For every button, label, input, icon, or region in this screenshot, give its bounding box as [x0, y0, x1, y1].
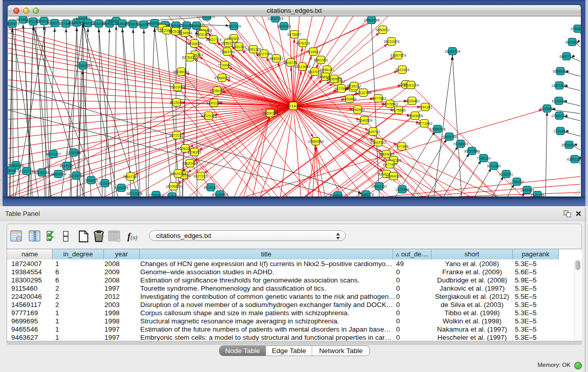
svg-text:9825979: 9825979	[8, 22, 19, 26]
svg-text:0784853: 0784853	[571, 27, 581, 31]
svg-text:5795005: 5795005	[114, 186, 128, 190]
svg-text:1825968: 1825968	[395, 188, 409, 191]
svg-text:84185574: 84185574	[212, 193, 228, 196]
svg-text:9682021: 9682021	[269, 57, 283, 60]
svg-text:54289670: 54289670	[326, 77, 342, 81]
svg-text:7957224: 7957224	[227, 25, 241, 28]
svg-text:8123420: 8123420	[552, 99, 565, 103]
svg-text:19205798: 19205798	[429, 127, 445, 131]
svg-text:2372222: 2372222	[169, 134, 183, 137]
svg-text:92243298: 92243298	[34, 171, 50, 174]
svg-text:70930137: 70930137	[194, 33, 210, 36]
svg-text:8561983: 8561983	[314, 58, 328, 62]
svg-text:47384055: 47384055	[214, 76, 230, 80]
svg-text:23300295: 23300295	[262, 112, 278, 115]
svg-text:3134334: 3134334	[67, 151, 80, 155]
svg-text:24870533: 24870533	[551, 84, 567, 87]
svg-text:5734217: 5734217	[347, 84, 361, 88]
svg-text:19422719: 19422719	[205, 38, 221, 41]
svg-text:0527315: 0527315	[193, 174, 207, 178]
svg-text:09605756: 09605756	[441, 135, 457, 139]
svg-text:83729101: 83729101	[201, 114, 216, 118]
svg-text:65043055: 65043055	[407, 114, 423, 118]
svg-text:7077898: 7077898	[395, 145, 408, 148]
svg-text:8733830: 8733830	[187, 42, 201, 46]
svg-text:76727045: 76727045	[256, 52, 272, 56]
svg-text:1028070: 1028070	[210, 89, 224, 93]
svg-text:16648764: 16648764	[444, 50, 460, 53]
svg-text:35233978: 35233978	[383, 40, 399, 43]
svg-text:98071607: 98071607	[45, 152, 61, 156]
svg-text:2904205: 2904205	[84, 179, 98, 182]
svg-text:1749410: 1749410	[510, 180, 524, 184]
svg-text:51446020: 51446020	[164, 195, 180, 197]
svg-text:3316732: 3316732	[284, 61, 297, 64]
svg-text:84385567: 84385567	[330, 194, 345, 197]
svg-text:6221778: 6221778	[19, 169, 33, 173]
svg-text:7720067: 7720067	[217, 63, 231, 67]
svg-text:35726793: 35726793	[68, 174, 84, 178]
svg-text:18724007: 18724007	[285, 104, 301, 108]
svg-text:4021024: 4021024	[395, 68, 409, 72]
svg-text:26477883: 26477883	[370, 97, 386, 100]
svg-text:15384554: 15384554	[308, 140, 323, 143]
svg-text:15705879: 15705879	[165, 185, 181, 188]
svg-text:9234540: 9234540	[178, 31, 192, 35]
svg-text:85824020: 85824020	[378, 152, 394, 156]
svg-text:33181104: 33181104	[403, 83, 419, 87]
svg-text:53967679: 53967679	[390, 54, 406, 57]
svg-text:9077550: 9077550	[334, 87, 348, 91]
svg-text:37994059: 37994059	[385, 174, 401, 178]
svg-text:3615941: 3615941	[169, 101, 183, 104]
svg-text:84026461: 84026461	[404, 99, 420, 103]
svg-text:30886091: 30886091	[552, 70, 568, 73]
svg-text:08773452: 08773452	[416, 122, 432, 125]
svg-text:2208283: 2208283	[187, 150, 201, 154]
svg-text:04922257: 04922257	[371, 185, 387, 188]
svg-text:36205584: 36205584	[464, 149, 480, 153]
svg-text:20053346: 20053346	[75, 64, 91, 68]
svg-text:1323796: 1323796	[530, 193, 544, 197]
svg-text:6496142: 6496142	[320, 68, 334, 72]
svg-text:43561280: 43561280	[567, 158, 581, 161]
svg-text:9072360: 9072360	[487, 164, 500, 168]
svg-text:78847287: 78847287	[122, 175, 138, 179]
svg-text:67132746: 67132746	[355, 91, 371, 95]
svg-text:0835924: 0835924	[277, 25, 291, 28]
svg-text:6111144: 6111144	[98, 182, 112, 185]
svg-text:66713976: 66713976	[126, 192, 142, 195]
svg-text:00602932: 00602932	[370, 141, 386, 144]
svg-text:1531363: 1531363	[232, 45, 246, 49]
svg-text:91519044: 91519044	[294, 65, 310, 69]
svg-text:5555219: 5555219	[221, 41, 235, 45]
svg-text:23046509: 23046509	[356, 119, 372, 122]
svg-text:6900712: 6900712	[559, 55, 573, 58]
svg-text:70338491: 70338491	[452, 142, 468, 146]
svg-text:25156694: 25156694	[561, 143, 577, 147]
svg-text:0375580: 0375580	[391, 108, 405, 112]
svg-text:44075543: 44075543	[382, 102, 398, 106]
svg-text:51061326: 51061326	[245, 48, 261, 51]
svg-text:71863740: 71863740	[219, 50, 235, 54]
svg-text:1701887: 1701887	[553, 129, 567, 133]
svg-text:4976318: 4976318	[296, 41, 310, 45]
svg-text:15988178: 15988178	[358, 193, 374, 196]
svg-text:3433886: 3433886	[342, 97, 356, 101]
svg-text:5053671: 5053671	[376, 28, 389, 32]
svg-text:8514161: 8514161	[204, 186, 217, 189]
svg-text:7415537: 7415537	[306, 50, 320, 54]
svg-text:13302290: 13302290	[206, 101, 222, 105]
svg-text:6577447: 6577447	[383, 163, 397, 166]
svg-text:60036067: 60036067	[173, 70, 189, 74]
svg-text:16620412: 16620412	[182, 162, 198, 165]
svg-text:6269987: 6269987	[8, 169, 18, 172]
svg-text:10619901: 10619901	[169, 85, 185, 89]
svg-text:52783230: 52783230	[182, 56, 198, 59]
svg-text:0282802: 0282802	[351, 108, 364, 112]
svg-text:7244161: 7244161	[418, 105, 432, 109]
svg-text:8215958: 8215958	[540, 107, 554, 111]
svg-text:7443764: 7443764	[366, 130, 380, 134]
svg-text:38469994: 38469994	[50, 172, 66, 176]
svg-text:7186159: 7186159	[476, 157, 490, 160]
svg-text:4047632: 4047632	[59, 164, 73, 168]
